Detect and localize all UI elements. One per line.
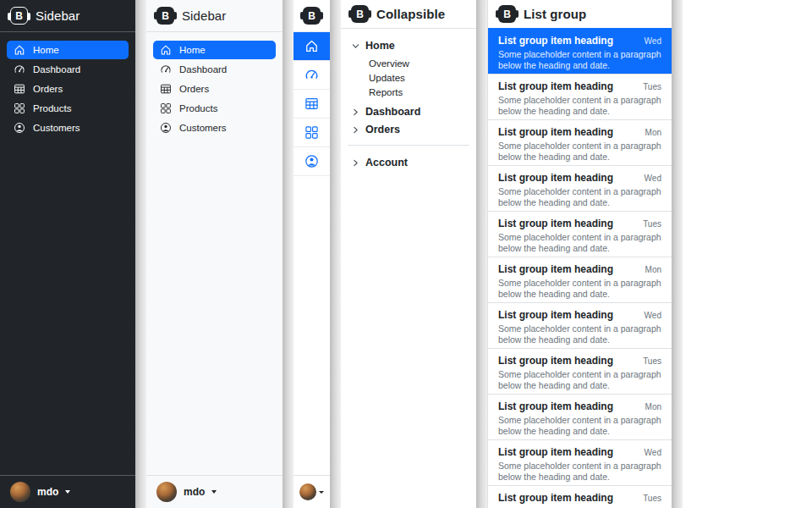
- tree-section-toggle[interactable]: Account: [348, 154, 469, 171]
- tree-section-label: Home: [365, 40, 395, 52]
- list-item-date: Mon: [645, 402, 661, 411]
- nav-item[interactable]: Dashboard: [153, 60, 276, 79]
- nav-row: Products: [153, 99, 276, 118]
- nav-item-label: Customers: [179, 123, 227, 133]
- list-item-heading: List group item heading: [498, 218, 613, 229]
- scrollbar[interactable]: [135, 0, 146, 508]
- list-item-heading: List group item heading: [498, 492, 613, 504]
- list-item-body: Some placeholder content in a paragraph …: [498, 323, 661, 345]
- caret-down-icon: [65, 490, 70, 494]
- nav-row: Orders: [7, 80, 129, 98]
- nav-item[interactable]: Dashboard: [7, 60, 129, 79]
- sidebar-collapsible: B Collapsible Home OverviewUpdatesReport…: [341, 0, 476, 508]
- list-item-date: Wed: [645, 174, 661, 183]
- list-group-item[interactable]: List group item heading Wed Some placeho…: [488, 165, 672, 211]
- sidebar-icons-footer: [294, 475, 330, 508]
- user-menu[interactable]: mdo: [146, 476, 283, 508]
- tree-subitem[interactable]: Overview: [369, 56, 469, 70]
- nav-item[interactable]: Orders: [153, 80, 276, 98]
- list-item-date: Mon: [645, 265, 661, 274]
- list-group-item[interactable]: List group item heading Tues Some placeh…: [488, 74, 672, 119]
- chevron-icon: [351, 125, 360, 135]
- nav-item[interactable]: Home: [7, 41, 129, 59]
- nav-icon-item[interactable]: [294, 119, 330, 147]
- speedometer-icon: [14, 64, 25, 75]
- nav-icon-item[interactable]: [294, 90, 330, 119]
- sidebar-listgroup-header[interactable]: B List group: [488, 0, 672, 28]
- divider: [146, 31, 283, 32]
- nav-row: Dashboard: [153, 60, 276, 79]
- sidebar-icons: B: [294, 0, 330, 508]
- list-item-body: Some placeholder content in a paragraph …: [498, 232, 661, 254]
- sidebar-light-header[interactable]: B Sidebar: [146, 0, 283, 31]
- list-item-body: Some placeholder content in a paragraph …: [498, 278, 661, 300]
- nav-item[interactable]: Products: [7, 99, 129, 118]
- sidebar-light-footer: mdo: [146, 475, 283, 508]
- scrollbar[interactable]: [672, 0, 683, 508]
- nav-item[interactable]: Customers: [153, 119, 276, 137]
- tree-section-toggle[interactable]: Home: [348, 37, 469, 54]
- list-item-date: Wed: [645, 448, 661, 457]
- sidebar-dark-header[interactable]: B Sidebar: [0, 0, 135, 31]
- user-menu[interactable]: [294, 476, 330, 508]
- nav-item-label: Products: [179, 103, 217, 113]
- nav-item[interactable]: Products: [153, 99, 276, 118]
- list-group-item[interactable]: List group item heading Wed Some placeho…: [488, 439, 672, 485]
- nav-item[interactable]: Home: [153, 41, 276, 59]
- sidebar-listgroup: B List group List group item heading Wed…: [487, 0, 672, 508]
- sidebar-collapsible-header[interactable]: B Collapsible: [341, 0, 476, 28]
- tree-subitem[interactable]: Updates: [369, 70, 469, 85]
- scrollbar[interactable]: [330, 0, 341, 508]
- nav-item-label: Home: [179, 45, 206, 55]
- tree-section-label: Account: [365, 157, 408, 168]
- list-group-item[interactable]: List group item heading Mon Some placeho…: [488, 257, 672, 302]
- list-group-item[interactable]: List group item heading Tues Some placeh…: [488, 485, 672, 508]
- sidebar-listgroup-title: List group: [524, 7, 586, 21]
- list-group-item[interactable]: List group item heading Tues Some placeh…: [488, 348, 672, 394]
- house-icon: [304, 39, 319, 53]
- sidebar-dark-title: Sidebar: [36, 8, 80, 23]
- nav-icon-item[interactable]: [294, 61, 330, 90]
- list-item-header: List group item heading Tues: [498, 80, 661, 92]
- avatar: [10, 482, 30, 502]
- nav-item-label: Customers: [33, 123, 80, 133]
- nav-item[interactable]: Orders: [7, 80, 129, 98]
- user-menu[interactable]: mdo: [0, 476, 135, 508]
- nav-row: Orders: [153, 80, 276, 98]
- nav-icon-item[interactable]: [294, 147, 330, 176]
- tree-subitem[interactable]: Reports: [369, 85, 469, 99]
- grid-icon: [14, 102, 25, 114]
- bootstrap-logo-icon: B: [351, 5, 369, 23]
- nav-icon-item[interactable]: [294, 32, 330, 61]
- tree-section-toggle[interactable]: Orders: [348, 121, 469, 138]
- nav-row: Products: [7, 99, 129, 118]
- list-item-body: Some placeholder content in a paragraph …: [498, 415, 661, 437]
- nav-item-label: Orders: [179, 84, 209, 94]
- speedometer-icon: [304, 68, 319, 82]
- scrollbar[interactable]: [283, 0, 294, 508]
- list-item-date: Wed: [645, 36, 661, 46]
- bootstrap-logo-icon: B: [10, 7, 28, 25]
- collapsible-tree: Home OverviewUpdatesReports Dashboard: [341, 29, 476, 172]
- list-item-heading: List group item heading: [498, 80, 613, 92]
- tree-section: Dashboard: [348, 103, 469, 120]
- person-circle-icon: [160, 122, 172, 134]
- nav-item[interactable]: Customers: [7, 119, 129, 137]
- tree-section-toggle[interactable]: Dashboard: [348, 103, 469, 120]
- list-group-item[interactable]: List group item heading Tues Some placeh…: [488, 211, 672, 257]
- list-group-item[interactable]: List group item heading Mon Some placeho…: [488, 119, 672, 165]
- nav-row: Home: [153, 41, 276, 59]
- chevron-icon: [351, 108, 360, 117]
- list-item-heading: List group item heading: [498, 446, 613, 458]
- list-item-header: List group item heading Tues: [498, 355, 661, 367]
- sidebar-dark-footer: mdo: [0, 475, 135, 508]
- divider: [0, 31, 135, 32]
- tree-section: Home OverviewUpdatesReports: [348, 37, 469, 102]
- list-group-item[interactable]: List group item heading Wed Some placeho…: [488, 28, 672, 74]
- sidebar-icons-header[interactable]: B: [294, 0, 330, 31]
- scrollbar[interactable]: [476, 0, 487, 508]
- nav-row: Customers: [7, 119, 129, 137]
- list-item-header: List group item heading Wed: [498, 309, 661, 321]
- list-group-item[interactable]: List group item heading Mon Some placeho…: [488, 394, 672, 439]
- list-group-item[interactable]: List group item heading Wed Some placeho…: [488, 302, 672, 348]
